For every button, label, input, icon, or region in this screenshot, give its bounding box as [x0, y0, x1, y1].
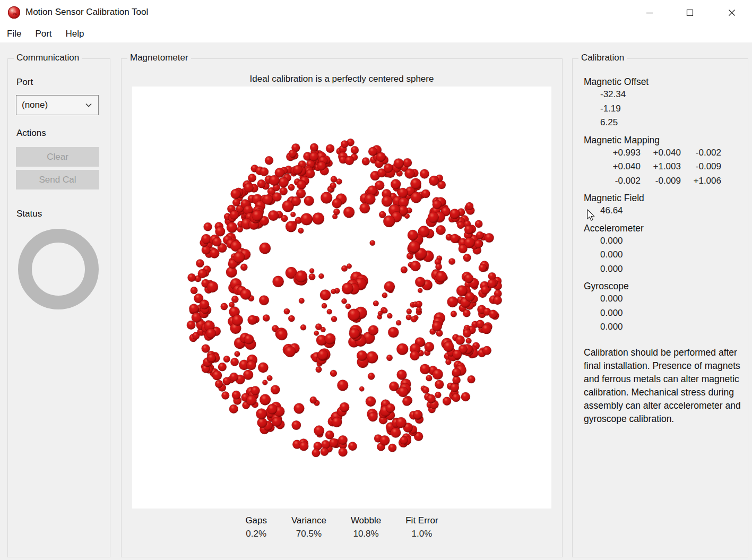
stat-gaps-value: 0.2% [246, 529, 266, 539]
communication-group: Communication Port (none) Actions Clear … [7, 58, 110, 557]
status-label: Status [16, 209, 42, 219]
matrix-row: -0.002 -0.009 +1.006 [600, 174, 740, 188]
stat-gaps-label: Gaps [245, 515, 267, 526]
matrix-cell: +0.993 [600, 146, 641, 160]
send-cal-button[interactable]: Send Cal [16, 170, 99, 189]
gyroscope-x: 0.000 [600, 292, 740, 306]
minimize-button[interactable] [643, 6, 656, 20]
matrix-cell: +0.040 [600, 160, 641, 174]
menu-file[interactable]: File [7, 28, 21, 40]
matrix-cell: -0.002 [681, 146, 721, 160]
calibration-readouts: Magnetic Offset -32.34 -1.19 6.25 Magnet… [584, 72, 740, 426]
calibration-group-title: Calibration [578, 53, 627, 63]
magnetic-mapping-label: Magnetic Mapping [584, 135, 740, 146]
accelerometer-z: 0.000 [600, 262, 740, 277]
accelerometer-label: Accelerometer [584, 223, 740, 234]
magnetic-mapping-matrix: +0.993 +0.040 -0.002 +0.040 +1.003 -0.00… [600, 146, 740, 188]
stat-fit-error-value: 1.0% [412, 529, 433, 539]
chevron-down-icon [85, 102, 98, 108]
gyroscope-values: 0.000 0.000 0.000 [600, 292, 740, 334]
accelerometer-values: 0.000 0.000 0.000 [600, 234, 740, 277]
magnetometer-3d-view[interactable] [132, 87, 551, 509]
stat-fit-error-label: Fit Error [405, 515, 438, 526]
matrix-cell: +1.006 [681, 174, 721, 188]
magnetic-field-value: 46.64 [600, 204, 740, 218]
magnetometer-group: Magnetometer Ideal calibration is a perf… [121, 58, 563, 557]
magnetic-offset-values: -32.34 -1.19 6.25 [600, 88, 740, 130]
matrix-cell: -0.002 [600, 174, 641, 188]
minimize-icon [645, 8, 654, 17]
title-bar: Motion Sensor Calibration Tool [0, 0, 752, 25]
accelerometer-x: 0.000 [600, 234, 740, 248]
matrix-cell: -0.009 [681, 160, 721, 174]
communication-group-title: Communication [14, 53, 82, 63]
stat-wobble: Wobble 10.8% [351, 515, 381, 539]
matrix-row: +0.040 +1.003 -0.009 [600, 160, 740, 174]
port-select-value: (none) [16, 100, 85, 110]
magnetic-offset-y: -1.19 [600, 102, 740, 116]
matrix-cell: +0.040 [641, 146, 681, 160]
matrix-cell: -0.009 [641, 174, 681, 188]
matrix-row: +0.993 +0.040 -0.002 [600, 146, 740, 160]
window-title: Motion Sensor Calibration Tool [25, 7, 148, 18]
stat-variance-label: Variance [291, 515, 326, 526]
matrix-cell: +1.003 [641, 160, 681, 174]
calibration-group: Calibration Magnetic Offset -32.34 -1.19… [572, 58, 748, 557]
port-select[interactable]: (none) [16, 95, 99, 115]
maximize-icon [686, 8, 694, 17]
app-window: Motion Sensor Calibration Tool File Port… [0, 0, 752, 560]
stat-gaps: Gaps 0.2% [245, 515, 267, 539]
stat-variance: Variance 70.5% [291, 515, 326, 539]
close-button[interactable] [725, 6, 739, 20]
magnetic-field-label: Magnetic Field [584, 193, 740, 204]
accelerometer-y: 0.000 [600, 248, 740, 262]
magnetometer-group-title: Magnetometer [127, 53, 191, 63]
gyroscope-label: Gyroscope [584, 281, 740, 292]
status-ring-indicator [18, 229, 99, 309]
stat-variance-value: 70.5% [296, 529, 322, 539]
magnetic-field-values: 46.64 [600, 204, 740, 218]
app-icon [8, 6, 20, 19]
magnetic-offset-z: 6.25 [600, 116, 740, 130]
sphere-point-cloud [132, 87, 551, 509]
gyroscope-y: 0.000 [600, 306, 740, 321]
calibration-advice-text: Calibration should be performed after fi… [584, 346, 743, 426]
sphere-quality-stats: Gaps 0.2% Variance 70.5% Wobble 10.8% Fi… [132, 515, 551, 539]
stat-fit-error: Fit Error 1.0% [405, 515, 438, 539]
stat-wobble-value: 10.8% [353, 529, 378, 539]
maximize-button[interactable] [683, 6, 697, 20]
stat-wobble-label: Wobble [351, 515, 381, 526]
menu-help[interactable]: Help [66, 28, 84, 40]
magnetic-offset-label: Magnetic Offset [584, 76, 740, 88]
port-label: Port [16, 77, 33, 88]
magnetometer-caption: Ideal calibration is a perfectly centere… [122, 74, 562, 84]
menu-bar: File Port Help [0, 25, 752, 42]
menu-port[interactable]: Port [35, 28, 51, 40]
gyroscope-z: 0.000 [600, 320, 740, 334]
clear-button[interactable]: Clear [16, 147, 99, 167]
actions-label: Actions [16, 128, 46, 139]
magnetic-offset-x: -32.34 [600, 88, 740, 102]
close-icon [728, 8, 736, 17]
